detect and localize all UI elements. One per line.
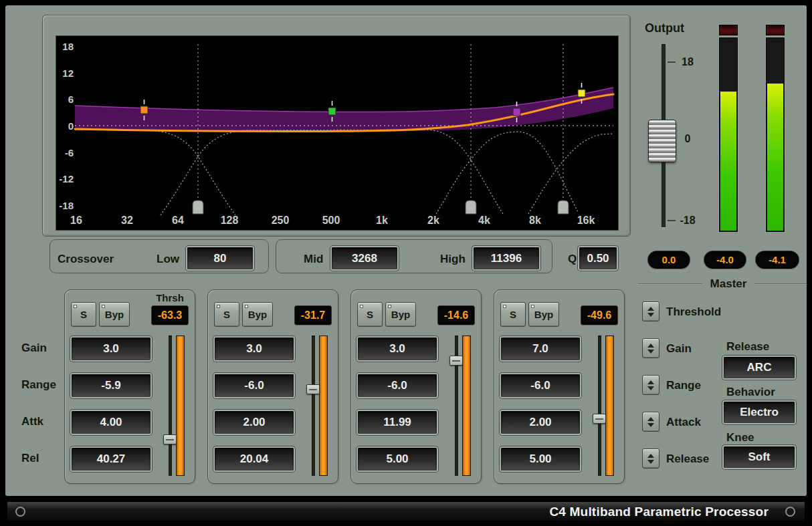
band-2-gain-display[interactable]: 3.0 (215, 338, 294, 360)
waves-rotate-icon[interactable] (785, 507, 795, 517)
master-release-stepper[interactable] (642, 448, 659, 469)
plugin-title: C4 Multiband Parametric Processor (549, 505, 769, 519)
x-tick: 64 (172, 215, 184, 226)
crossover-handle-mid[interactable] (466, 201, 476, 214)
x-tick: 500 (322, 215, 340, 226)
band-2-release-display[interactable]: 20.04 (215, 448, 294, 471)
band-4-threshold-fader-track[interactable] (598, 336, 601, 476)
band-3-release-display[interactable]: 5.00 (358, 448, 437, 471)
output-fader-value[interactable]: 0.0 (648, 251, 690, 269)
down-arrow-icon (647, 386, 654, 390)
band-3-solo-button[interactable]: S (357, 302, 383, 327)
band-3-range-display[interactable]: -6.0 (358, 374, 437, 397)
band-4-attack-display[interactable]: 2.00 (501, 411, 580, 434)
x-tick: 16 (70, 215, 82, 226)
band-4-solo-button[interactable]: S (500, 302, 526, 327)
band-4-range-display[interactable]: -6.0 (501, 374, 580, 397)
band-2-range-display[interactable]: -6.0 (215, 374, 294, 397)
led-indicator (360, 305, 363, 308)
knee-display[interactable]: Soft (724, 446, 795, 468)
band-4-gain-display[interactable]: 7.0 (501, 338, 580, 360)
output-meter-right (766, 37, 785, 232)
band-4-threshold-fader-thumb[interactable] (593, 414, 606, 424)
solo-label: S (510, 309, 516, 320)
band-4-panel: S Byp -49.6 7.0 -6.0 2.00 5.00 (494, 289, 625, 484)
band-4-release-display[interactable]: 5.00 (501, 448, 580, 471)
y-tick: -6 (65, 147, 74, 158)
crossover-high-display[interactable]: 11396 (474, 247, 539, 269)
band-1-threshold-fader-thumb[interactable] (163, 434, 177, 444)
down-arrow-icon (647, 350, 654, 354)
band-4-level-meter (605, 336, 614, 476)
band-2-solo-button[interactable]: S (214, 302, 239, 327)
crossover-low-label: Low (157, 253, 179, 266)
output-scale-0: 0 (676, 133, 700, 145)
solo-label: S (223, 309, 230, 320)
master-attack-stepper[interactable] (642, 412, 659, 432)
master-range-stepper[interactable] (642, 375, 659, 395)
up-arrow-icon (647, 307, 654, 311)
band-1-threshold-display[interactable]: -63.3 (152, 306, 188, 325)
band-1-bypass-button[interactable]: Byp (99, 302, 130, 327)
meter-fill (767, 84, 783, 231)
clip-indicator-right[interactable] (766, 25, 785, 35)
row-label-release: Rel (21, 447, 39, 470)
band-3-gain-display[interactable]: 3.0 (358, 338, 437, 360)
band-2-threshold-fader-track[interactable] (312, 336, 315, 476)
thresh-label: Thrsh (150, 292, 189, 303)
output-meter-value-left: -4.0 (704, 251, 746, 269)
master-gain-stepper[interactable] (642, 338, 659, 358)
crossover-mid-display[interactable]: 3268 (332, 247, 397, 269)
crossover-mid-label: Mid (304, 253, 323, 266)
master-range-label: Range (666, 379, 701, 392)
band-2-panel: S Byp -31.7 3.0 -6.0 2.00 20.04 (207, 289, 338, 484)
master-attack-label: Attack (666, 416, 701, 429)
output-fader-thumb[interactable] (648, 120, 676, 162)
band-3-threshold-display[interactable]: -14.6 (438, 306, 474, 325)
band-2-threshold-fader-thumb[interactable] (306, 384, 320, 394)
solo-label: S (367, 309, 373, 320)
crossover-handle-high[interactable] (558, 201, 569, 214)
x-tick: 2k (427, 215, 439, 226)
behavior-display[interactable]: Electro (724, 402, 795, 423)
band-3-bypass-button[interactable]: Byp (385, 302, 416, 327)
main-panel: 18 12 6 0 -6 -12 -18 16 32 64 128 250 (5, 5, 807, 496)
clip-indicator-left[interactable] (719, 25, 738, 35)
frequency-graph[interactable]: 18 12 6 0 -6 -12 -18 16 32 64 128 250 (56, 36, 618, 230)
y-tick: 0 (68, 120, 74, 132)
band-1-gain-display[interactable]: 3.0 (72, 338, 150, 360)
crossover-handle-low[interactable] (193, 201, 203, 214)
up-arrow-icon (647, 417, 654, 421)
master-threshold-stepper[interactable] (642, 301, 659, 321)
band-4-bypass-button[interactable]: Byp (528, 302, 559, 327)
band-1-release-display[interactable]: 40.27 (72, 448, 150, 471)
master-gain-label: Gain (666, 342, 692, 356)
solo-label: S (80, 309, 87, 320)
band-3-attack-display[interactable]: 11.99 (358, 411, 437, 434)
band-3-threshold-fader-thumb[interactable] (449, 356, 463, 366)
band1-filter-curve (75, 130, 235, 215)
band-1-threshold-fader-track[interactable] (169, 336, 172, 476)
led-indicator (102, 305, 105, 308)
release-mode-label: Release (726, 340, 769, 354)
x-tick: 4k (478, 215, 490, 226)
band-2-attack-display[interactable]: 2.00 (215, 411, 294, 434)
output-meter-value-right: -4.1 (756, 251, 799, 269)
release-mode-display[interactable]: ARC (724, 357, 795, 378)
band-1-level-meter (176, 336, 185, 476)
down-arrow-icon (647, 313, 654, 317)
band-2-threshold-display[interactable]: -31.7 (295, 306, 331, 325)
bottom-title-bar: C4 Multiband Parametric Processor (7, 501, 805, 521)
waves-rotate-icon[interactable] (15, 507, 25, 517)
output-tick (668, 61, 676, 63)
crossover-low-display[interactable]: 80 (187, 247, 253, 269)
band-1-solo-button[interactable]: S (71, 302, 96, 327)
q-display[interactable]: 0.50 (579, 247, 617, 269)
led-indicator (388, 305, 391, 308)
graph-panel: 18 12 6 0 -6 -12 -18 16 32 64 128 250 (42, 15, 631, 237)
band-1-range-display[interactable]: -5.9 (72, 374, 150, 397)
band-2-bypass-button[interactable]: Byp (242, 302, 273, 327)
band-1-attack-display[interactable]: 4.00 (72, 411, 150, 434)
x-tick: 32 (121, 215, 133, 226)
band-4-threshold-display[interactable]: -49.6 (581, 306, 617, 325)
